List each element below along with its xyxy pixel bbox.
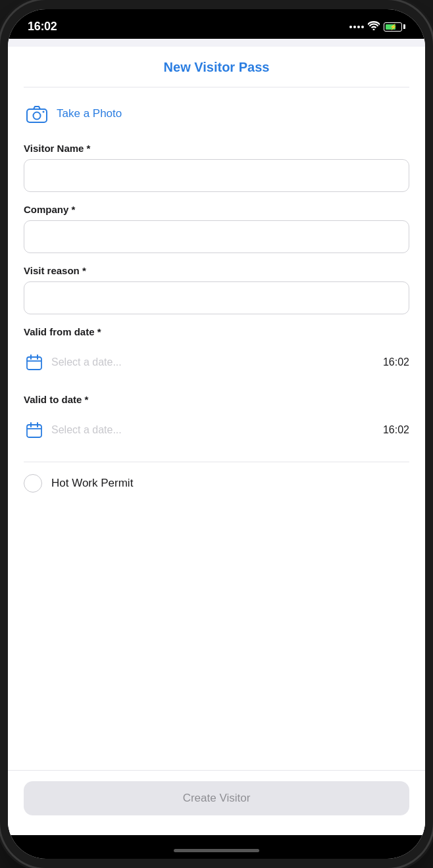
app-content: New Visitor Pass Take a Photo <box>8 39 425 835</box>
visit-reason-input[interactable] <box>24 281 409 314</box>
svg-point-1 <box>34 112 41 120</box>
visitor-name-label: Visitor Name * <box>24 143 409 154</box>
create-visitor-button[interactable]: Create Visitor <box>24 781 409 815</box>
screen: 16:02 ⚡ <box>8 9 425 859</box>
visit-reason-label: Visit reason * <box>24 265 409 276</box>
hot-work-permit-checkbox[interactable] <box>24 474 42 493</box>
valid-to-group: Valid to date * Select a date... 16:02 <box>24 394 409 450</box>
visit-reason-group: Visit reason * <box>24 265 409 314</box>
calendar-icon-to <box>24 420 45 441</box>
company-input[interactable] <box>24 220 409 253</box>
valid-from-label: Valid from date * <box>24 326 409 337</box>
wifi-icon <box>368 21 380 33</box>
home-bar <box>174 849 259 852</box>
svg-rect-7 <box>27 425 41 437</box>
svg-point-2 <box>43 111 45 113</box>
status-time: 16:02 <box>28 20 57 34</box>
svg-rect-3 <box>27 357 41 370</box>
company-group: Company * <box>24 204 409 253</box>
hot-work-permit-label: Hot Work Permit <box>51 477 133 490</box>
signal-icon <box>349 26 364 28</box>
valid-from-time: 16:02 <box>383 356 409 368</box>
valid-to-placeholder: Select a date... <box>51 424 376 436</box>
battery-icon: ⚡ <box>384 22 405 32</box>
notch <box>167 9 266 29</box>
take-photo-label: Take a Photo <box>57 107 122 120</box>
company-label: Company * <box>24 204 409 215</box>
photo-row[interactable]: Take a Photo <box>24 101 409 127</box>
home-indicator <box>8 835 425 859</box>
bottom-section: Create Visitor <box>8 770 425 835</box>
calendar-icon-from <box>24 352 45 373</box>
form-card: New Visitor Pass Take a Photo <box>8 47 425 770</box>
valid-to-time: 16:02 <box>383 424 409 436</box>
page-title: New Visitor Pass <box>24 60 409 87</box>
valid-to-date-row[interactable]: Select a date... 16:02 <box>24 410 409 450</box>
valid-from-date-row[interactable]: Select a date... 16:02 <box>24 343 409 382</box>
valid-to-label: Valid to date * <box>24 394 409 405</box>
camera-icon <box>24 101 50 127</box>
valid-from-placeholder: Select a date... <box>51 356 376 368</box>
hot-work-permit-row[interactable]: Hot Work Permit <box>24 462 409 503</box>
visitor-name-group: Visitor Name * <box>24 143 409 192</box>
valid-from-group: Valid from date * Select a date... 16:02 <box>24 326 409 382</box>
phone-shell: 16:02 ⚡ <box>0 0 433 868</box>
visitor-name-input[interactable] <box>24 159 409 192</box>
status-icons: ⚡ <box>349 21 405 33</box>
